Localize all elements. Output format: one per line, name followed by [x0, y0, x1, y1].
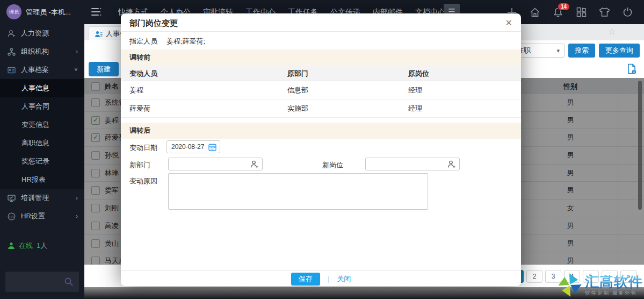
person-add-icon[interactable] [447, 160, 456, 168]
id-card-icon [8, 66, 16, 74]
change-date-field[interactable] [167, 140, 220, 153]
sidebar-item-training[interactable]: 培训管理 › [0, 189, 84, 207]
avatar[interactable]: 理员 [6, 4, 21, 19]
new-dept-label: 新部门 [129, 160, 150, 170]
online-label: 在线 [19, 241, 33, 251]
vendor-watermark: 汇高软件 软件定制 服务外包 [556, 271, 643, 299]
page-button[interactable]: 2 [526, 270, 542, 283]
notification-badge: 14 [558, 3, 570, 11]
sidebar-search [5, 272, 79, 292]
people-icon [95, 30, 103, 38]
new-dept-input[interactable] [172, 160, 247, 168]
sidebar-item-hr-settings[interactable]: HR HR设置 › [0, 207, 84, 225]
sidebar-toggle-icon[interactable] [91, 8, 102, 18]
assigned-label: 指定人员 [129, 37, 157, 46]
dialog-footer: 保存 | 关闭 [121, 270, 521, 287]
before-table-row: 姜程 信息部 经理 [121, 81, 521, 99]
online-status: 在线 1人 [8, 241, 47, 251]
person-icon [8, 30, 16, 38]
chevron-right-icon: › [76, 48, 78, 55]
caret-down-icon: ▾ [556, 47, 560, 54]
online-unit: 人 [40, 241, 47, 250]
search-button[interactable]: 搜索 [568, 44, 595, 58]
header-person: 变动人员 [129, 69, 157, 79]
assigned-value: 姜程;薛爱荷; [167, 37, 205, 46]
sidebar-subitem[interactable]: 人事合同 [0, 97, 84, 116]
theme-shirt-icon[interactable] [598, 6, 610, 18]
new-post-input[interactable] [369, 160, 444, 168]
sidebar-item-label: 人力资源 [21, 29, 78, 38]
new-post-field[interactable] [365, 158, 460, 170]
sidebar-subitem[interactable]: 离职信息 [0, 134, 84, 152]
sidebar-item-label: 组织机构 [21, 47, 76, 56]
sidebar-subitem[interactable]: 变更信息 [0, 116, 84, 134]
new-button[interactable]: 新建 [89, 62, 119, 76]
section-before-transfer: 调转前 [121, 49, 521, 66]
new-dept-field[interactable] [168, 158, 263, 170]
assigned-person-row: 指定人员 姜程;薛爱荷; [121, 31, 521, 50]
cell-orig-dept: 实施部 [287, 104, 308, 113]
cell-orig-post: 经理 [408, 86, 422, 95]
sidebar-item-label: 人事档案 [21, 65, 74, 75]
person-add-icon[interactable] [250, 160, 259, 168]
sidebar-item-org[interactable]: 组织机构 › [0, 42, 84, 61]
favorite-star-icon[interactable]: ☆ [608, 26, 616, 37]
change-reason-textarea[interactable] [168, 173, 428, 210]
power-icon[interactable] [621, 6, 633, 18]
calendar-icon[interactable] [208, 143, 216, 151]
sidebar-item-label: HR设置 [21, 211, 76, 221]
section-after-transfer: 调转后 [121, 123, 521, 139]
top-icon-group: 14 [506, 0, 633, 24]
header-orig-post: 原岗位 [408, 69, 429, 79]
before-table-header: 变动人员 原部门 原岗位 [121, 66, 521, 81]
sidebar-subitem[interactable]: 人事信息 [0, 79, 84, 97]
change-date-input[interactable] [170, 143, 205, 151]
watermark-brand: 汇高软件 [585, 275, 643, 289]
search-icon[interactable] [64, 277, 74, 287]
cell-person: 姜程 [129, 86, 143, 95]
sidebar-item-personnel-files[interactable]: 人事档案 ˅ [0, 61, 84, 79]
sidebar-subitem[interactable]: 奖惩记录 [0, 152, 84, 170]
org-icon [8, 48, 16, 56]
cell-orig-post: 经理 [408, 104, 422, 113]
sidebar-item-hr[interactable]: 人力资源 [0, 24, 84, 42]
save-button[interactable]: 保存 [291, 273, 320, 286]
hr-settings-icon: HR [8, 212, 16, 220]
more-query-button[interactable]: 更多查询 [599, 44, 640, 58]
pinwheel-logo-icon [556, 271, 584, 299]
header-orig-dept: 原部门 [287, 69, 308, 79]
sidebar-subitem[interactable]: HR报表 [0, 170, 84, 189]
cell-person: 薛爱荷 [129, 104, 150, 113]
dialog-department-position-change: 部门岗位变更 ✕ 指定人员 姜程;薛爱荷; 调转前 变动人员 原部门 原岗位 姜… [121, 13, 521, 286]
close-link[interactable]: 关闭 [337, 274, 351, 284]
chevron-right-icon: › [76, 194, 78, 202]
online-person-icon [8, 242, 15, 250]
home-icon[interactable] [529, 6, 541, 18]
user-name: 管理员 -本机... [26, 8, 71, 17]
dialog-title: 部门岗位变更 [129, 18, 178, 29]
export-document-icon[interactable] [627, 63, 636, 76]
svg-text:HR: HR [9, 215, 14, 218]
notifications-bell-icon[interactable]: 14 [552, 6, 564, 18]
sidebar-submenu: 人事信息人事合同变更信息离职信息奖惩记录HR报表 [0, 79, 84, 189]
footer-divider: | [328, 275, 329, 283]
change-reason-label: 变动原因 [129, 176, 157, 186]
apps-grid-icon[interactable] [575, 6, 587, 18]
watermark-tagline: 软件定制 服务外包 [585, 290, 643, 296]
change-date-label: 变动日期 [129, 143, 157, 153]
dialog-header: 部门岗位变更 ✕ [121, 13, 521, 32]
chevron-down-icon: ˅ [74, 66, 78, 74]
new-post-label: 新岗位 [322, 160, 343, 170]
close-icon[interactable]: ✕ [505, 18, 512, 28]
before-table-row: 薛爱荷 实施部 经理 [121, 99, 521, 118]
app-window: 理员 管理员 -本机... 快捷方式个人办公审批流转工作中心工作任务公文传递内部… [0, 0, 644, 299]
chevron-right-icon: › [76, 212, 78, 220]
sidebar-search-input[interactable] [5, 278, 64, 286]
sidebar: 人力资源 组织机构 › 人事档案 ˅ 人事信息人事合同变更信息离职信息奖惩记录H… [0, 24, 84, 299]
cell-orig-dept: 信息部 [287, 86, 308, 95]
sidebar-item-label: 培训管理 [21, 193, 76, 203]
training-icon [8, 194, 16, 202]
